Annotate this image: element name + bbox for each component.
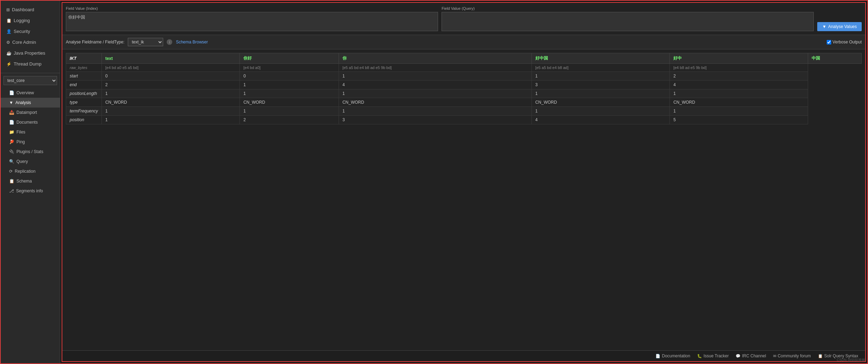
table-cell-field: end <box>66 81 102 89</box>
sidebar-sub-label: Ping <box>16 139 25 144</box>
sidebar-item-plugins-stats[interactable]: 🔌 Plugins / Stats <box>1 147 60 157</box>
sidebar-sub-label: Documents <box>16 120 38 125</box>
analyse-values-button[interactable]: ▼ Analyse Values <box>817 22 862 31</box>
sidebar-item-thread-dump[interactable]: ⚡ Thread Dump <box>1 59 60 69</box>
sidebar-item-dashboard[interactable]: ⊞ Dashboard <box>1 4 60 15</box>
table-cell: 5 <box>670 116 808 124</box>
table-cell-field: termFrequency <box>66 107 102 116</box>
table-cell-text: 2 <box>102 81 240 89</box>
sidebar-item-label: Core Admin <box>12 40 36 45</box>
sidebar-item-dataimport[interactable]: 📥 Dataimport <box>1 108 60 117</box>
analyse-icon: ▼ <box>822 24 826 29</box>
sidebar-item-core-admin[interactable]: ⚙ Core Admin <box>1 37 60 48</box>
field-query-section: Field Value (Query) <box>442 6 814 31</box>
table-cell-text: [e4 bd a0 e5 a5 bd] <box>102 64 240 72</box>
footer: 📄 Documentation 🐛 Issue Tracker 💬 IRC Ch… <box>62 350 865 361</box>
core-admin-icon: ⚙ <box>6 40 10 45</box>
sidebar-item-documents[interactable]: 📄 Documents <box>1 117 60 127</box>
sidebar-item-query[interactable]: 🔍 Query <box>1 157 60 166</box>
table-cell-text: 0 <box>102 72 240 81</box>
sidebar-item-files[interactable]: 📁 Files <box>1 127 60 137</box>
sidebar-item-schema[interactable]: 📋 Schema <box>1 176 60 186</box>
sidebar-item-java-properties[interactable]: ☕ Java Properties <box>1 48 60 59</box>
sidebar-sub-label: Query <box>16 159 28 164</box>
analysis-icon: ▼ <box>9 100 13 105</box>
table-cell: 1 <box>240 81 339 89</box>
footer-community-forum[interactable]: ✉ Community forum <box>773 353 811 358</box>
watermark: CSDN @陌陌视频 <box>837 358 865 363</box>
table-cell: 1 <box>339 72 532 81</box>
table-cell: [e5 a5 bd e4 b8 ad e5 9b bd] <box>339 64 532 72</box>
info-icon[interactable]: i <box>167 39 172 45</box>
table-cell: 2 <box>670 72 808 81</box>
col-header-ikt: IKT <box>66 53 102 64</box>
field-query-label: Field Value (Query) <box>442 6 814 11</box>
sidebar-item-logging[interactable]: 📋 Logging <box>1 15 60 26</box>
footer-issue-tracker-label: Issue Tracker <box>703 353 729 358</box>
files-icon: 📁 <box>9 130 14 135</box>
sidebar-item-segments-info[interactable]: ⎇ Segments info <box>1 186 60 196</box>
plugins-icon: 🔌 <box>9 149 14 154</box>
field-index-label: Field Value (Index) <box>66 6 438 11</box>
analysis-table-container: IKT text 你好 你 好中国 好中 中国 raw_bytes[e4 bd … <box>62 49 865 350</box>
sidebar-item-replication[interactable]: ⟳ Replication <box>1 166 60 176</box>
verbose-output-checkbox[interactable] <box>827 40 831 44</box>
logging-icon: 📋 <box>6 18 12 23</box>
footer-documentation[interactable]: 📄 Documentation <box>655 353 690 358</box>
analyse-label: Analyse Values <box>828 24 857 29</box>
footer-irc-channel[interactable]: 💬 IRC Channel <box>736 353 766 358</box>
table-cell: 2 <box>240 116 339 124</box>
table-cell: 3 <box>339 116 532 124</box>
segments-icon: ⎇ <box>9 188 14 193</box>
sidebar-item-security[interactable]: 👤 Security <box>1 26 60 37</box>
schema-browser-link[interactable]: Schema Browser <box>176 40 208 44</box>
table-cell: 1 <box>339 89 532 98</box>
core-selector[interactable]: test_core <box>4 76 57 85</box>
sidebar-sub-label: Analysis <box>15 100 31 105</box>
analyse-fieldname-label: Analyse Fieldname / FieldType: <box>66 40 124 44</box>
fieldtype-select[interactable]: text_iktextstringtext_general <box>128 38 163 46</box>
sidebar-item-analysis[interactable]: ▼ Analysis <box>1 98 60 108</box>
documents-icon: 📄 <box>9 120 14 125</box>
table-cell: 3 <box>532 81 670 89</box>
col-header-text: text <box>102 53 240 64</box>
table-cell: CN_WORD <box>670 98 808 107</box>
table-cell: CN_WORD <box>532 98 670 107</box>
verbose-label-text: Verbose Output <box>833 40 862 44</box>
solr-query-icon: 📋 <box>818 354 823 358</box>
sidebar-sub-label: Overview <box>16 90 34 95</box>
sidebar-sub-label: Segments info <box>16 188 43 193</box>
col-header-haozhong: 好中 <box>670 53 808 64</box>
table-cell: 1 <box>240 107 339 116</box>
table-cell: 1 <box>339 107 532 116</box>
field-index-section: Field Value (Index) 你好中国 <box>66 6 438 31</box>
sidebar-sub-label: Plugins / Stats <box>16 149 43 154</box>
table-cell-field: type <box>66 98 102 107</box>
field-index-textarea[interactable]: 你好中国 <box>66 12 438 31</box>
sidebar-sub-label: Schema <box>16 179 32 184</box>
main-content: Field Value (Index) 你好中国 Field Value (Qu… <box>62 2 866 362</box>
col-header-nihao: 你好 <box>240 53 339 64</box>
sidebar-item-label: Thread Dump <box>14 61 41 67</box>
table-cell: CN_WORD <box>339 98 532 107</box>
footer-irc-label: IRC Channel <box>742 353 766 358</box>
field-query-textarea[interactable] <box>442 12 814 31</box>
java-properties-icon: ☕ <box>6 51 12 56</box>
table-cell-field: start <box>66 72 102 81</box>
table-cell-text: 1 <box>102 107 240 116</box>
documentation-icon: 📄 <box>655 354 660 358</box>
dataimport-icon: 📥 <box>9 110 14 115</box>
sidebar-item-ping[interactable]: 🏓 Ping <box>1 137 60 147</box>
sidebar-sub-nav: 📄 Overview ▼ Analysis 📥 Dataimport 📄 Doc… <box>1 88 60 196</box>
verbose-output-label[interactable]: Verbose Output <box>827 40 862 44</box>
sidebar-sub-label: Dataimport <box>16 110 37 115</box>
table-cell: [e5 a5 bd e4 b8 ad] <box>532 64 670 72</box>
sidebar-item-label: Java Properties <box>14 50 45 56</box>
sidebar-item-overview[interactable]: 📄 Overview <box>1 88 60 98</box>
footer-issue-tracker[interactable]: 🐛 Issue Tracker <box>697 353 729 358</box>
table-cell: CN_WORD <box>240 98 339 107</box>
table-cell-text: 1 <box>102 116 240 124</box>
sidebar-top-nav: ⊞ Dashboard 📋 Logging 👤 Security ⚙ Core … <box>1 1 60 73</box>
table-cell-text: 1 <box>102 89 240 98</box>
table-cell: 1 <box>670 89 808 98</box>
